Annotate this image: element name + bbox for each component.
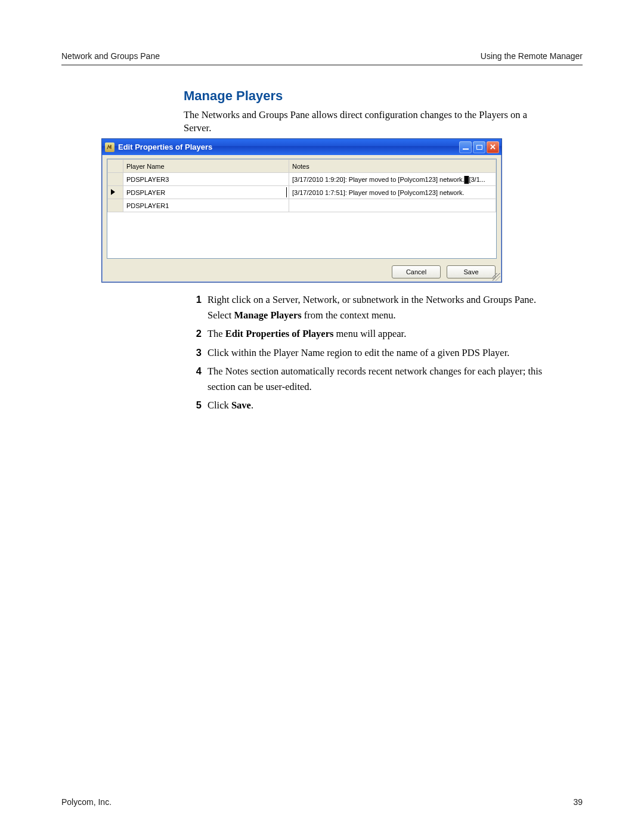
col-player-name[interactable]: Player Name <box>123 160 289 173</box>
page-footer: Polycom, Inc. 39 <box>61 797 583 807</box>
step-number: 4 <box>184 364 208 394</box>
row-selector[interactable] <box>108 173 123 186</box>
header-divider <box>61 64 583 66</box>
table-row[interactable]: PDSPLAYER3 [3/17/2010 1:9:20]: Player mo… <box>108 173 496 186</box>
dialog-footer: Cancel Save <box>392 265 496 278</box>
app-icon <box>105 143 114 152</box>
col-notes[interactable]: Notes <box>289 160 496 173</box>
row-selector[interactable] <box>108 186 123 199</box>
steps-list: 1 Right click on a Server, Network, or s… <box>184 292 555 417</box>
header-left: Network and Groups Pane <box>61 51 160 61</box>
list-item: 2 The Edit Properties of Players menu wi… <box>184 326 555 342</box>
table-row[interactable]: PDSPLAYER1 <box>108 199 496 212</box>
step-number: 5 <box>184 398 208 413</box>
step-text: Right click on a Server, Network, or sub… <box>208 292 555 323</box>
section-title: Manage Players <box>184 88 283 104</box>
list-item: 1 Right click on a Server, Network, or s… <box>184 292 555 323</box>
players-grid[interactable]: Player Name Notes PDSPLAYER3 [3/17/2010 … <box>107 159 497 259</box>
save-button[interactable]: Save <box>447 265 496 278</box>
step-text: The Edit Properties of Players menu will… <box>208 326 555 342</box>
grid-header-row: Player Name Notes <box>108 160 496 173</box>
player-name-cell[interactable]: PDSPLAYER <box>123 186 289 199</box>
step-number: 2 <box>184 326 208 342</box>
step-text: Click within the Player Name region to e… <box>208 345 555 361</box>
footer-page-number: 39 <box>573 797 583 807</box>
text-caret <box>286 187 287 197</box>
dialog-title: Edit Properties of Players <box>118 143 212 151</box>
edit-properties-dialog: Edit Properties of Players ✕ Player Name… <box>101 138 502 283</box>
player-name-cell[interactable]: PDSPLAYER1 <box>123 199 289 212</box>
notes-cell[interactable] <box>289 199 496 212</box>
dialog-titlebar[interactable]: Edit Properties of Players ✕ <box>102 139 501 155</box>
footer-left: Polycom, Inc. <box>61 797 112 807</box>
step-number: 1 <box>184 292 208 323</box>
list-item: 3 Click within the Player Name region to… <box>184 345 555 361</box>
list-item: 5 Click Save. <box>184 398 555 413</box>
notes-cell[interactable]: [3/17/2010 1:9:20]: Player moved to [Pol… <box>289 173 496 186</box>
close-button[interactable]: ✕ <box>487 141 499 153</box>
cancel-button[interactable]: Cancel <box>392 265 441 278</box>
page-header: Network and Groups Pane Using the Remote… <box>61 51 583 61</box>
step-text: The Notes section automatically records … <box>208 364 555 394</box>
step-number: 3 <box>184 345 208 361</box>
row-caret-icon <box>111 189 115 195</box>
intro-text: The Networks and Groups Pane allows dire… <box>184 109 555 135</box>
table-row[interactable]: PDSPLAYER [3/17/2010 1:7:51]: Player mov… <box>108 186 496 199</box>
grid-corner <box>108 160 123 173</box>
notes-cell[interactable]: [3/17/2010 1:7:51]: Player moved to [Pol… <box>289 186 496 199</box>
header-right: Using the Remote Manager <box>481 51 583 61</box>
row-selector[interactable] <box>108 199 123 212</box>
step-text: Click Save. <box>208 398 555 413</box>
minimize-button[interactable] <box>459 141 472 153</box>
resize-grip-icon[interactable] <box>493 273 500 281</box>
player-name-cell[interactable]: PDSPLAYER3 <box>123 173 289 186</box>
list-item: 4 The Notes section automatically record… <box>184 364 555 394</box>
maximize-button[interactable] <box>473 141 485 153</box>
document-page: Network and Groups Pane Using the Remote… <box>0 0 644 833</box>
